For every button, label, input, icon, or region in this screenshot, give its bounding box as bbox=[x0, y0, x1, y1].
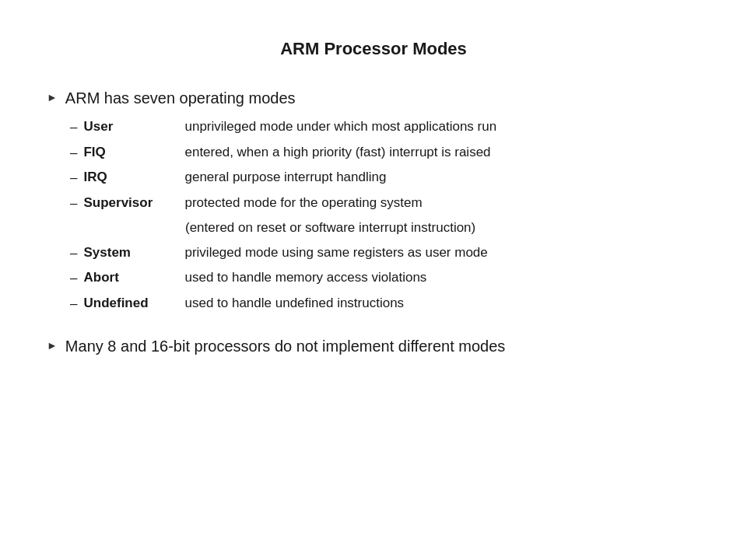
mode-desc-supervisor: protected mode for the operating system bbox=[184, 193, 422, 213]
dash-icon: – bbox=[70, 168, 77, 188]
mode-desc-irq: general purpose interrupt handling bbox=[184, 167, 386, 187]
mode-name-system: System bbox=[83, 243, 184, 263]
bullet-2-text: Many 8 and 16-bit processors do not impl… bbox=[65, 335, 506, 357]
list-item: – Supervisor protected mode for the oper… bbox=[70, 193, 700, 214]
mode-name-abort: Abort bbox=[83, 268, 184, 288]
slide-title: ARM Processor Modes bbox=[47, 39, 700, 59]
bullet-item-1: ► ARM has seven operating modes – User u… bbox=[47, 87, 700, 313]
list-item: – IRQ general purpose interrupt handling bbox=[70, 167, 700, 188]
list-item: – User unprivileged mode under which mos… bbox=[70, 117, 700, 138]
mode-desc-system: privileged mode using same registers as … bbox=[184, 243, 487, 263]
list-item: – System privileged mode using same regi… bbox=[70, 243, 700, 264]
mode-desc-fiq: entered, when a high priority (fast) int… bbox=[184, 142, 490, 163]
mode-desc-user: unprivileged mode under which most appli… bbox=[184, 117, 496, 137]
dash-icon: – bbox=[70, 194, 77, 214]
mode-name-irq: IRQ bbox=[83, 167, 184, 187]
bullet-arrow-2: ► bbox=[47, 339, 58, 352]
list-item: – Abort used to handle memory access vio… bbox=[70, 268, 700, 289]
dash-icon: – bbox=[70, 143, 77, 163]
mode-name-supervisor: Supervisor bbox=[83, 193, 184, 213]
bullet-item-2: ► Many 8 and 16-bit processors do not im… bbox=[47, 335, 700, 357]
dash-icon: – bbox=[70, 243, 77, 264]
list-item: (entered on reset or software interrupt … bbox=[185, 218, 700, 238]
mode-desc-undefined: used to handle undefined instructions bbox=[184, 293, 404, 313]
mode-name-user: User bbox=[83, 117, 184, 137]
main-bullet-list: ► ARM has seven operating modes – User u… bbox=[47, 87, 700, 365]
sub-list-1: – User unprivileged mode under which mos… bbox=[70, 117, 700, 313]
dash-icon: – bbox=[70, 117, 77, 138]
bullet-arrow-1: ► bbox=[47, 91, 58, 103]
supervisor-continuation: (entered on reset or software interrupt … bbox=[185, 218, 475, 238]
dash-icon: – bbox=[70, 268, 77, 289]
list-item: – FIQ entered, when a high priority (fas… bbox=[70, 142, 700, 163]
bullet-1-text: ARM has seven operating modes bbox=[65, 87, 296, 109]
dash-icon: – bbox=[70, 294, 77, 314]
mode-name-fiq: FIQ bbox=[83, 142, 184, 163]
slide: ARM Processor Modes ► ARM has seven oper… bbox=[0, 0, 747, 560]
list-item: – Undefined used to handle undefined ins… bbox=[70, 293, 700, 314]
mode-name-undefined: Undefined bbox=[83, 293, 184, 313]
mode-desc-abort: used to handle memory access violations bbox=[184, 268, 426, 288]
